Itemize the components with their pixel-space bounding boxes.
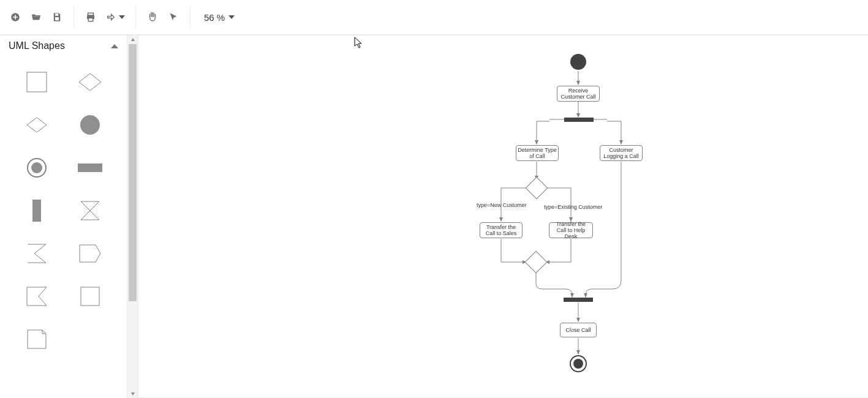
new-button[interactable] xyxy=(5,7,26,28)
action-logging[interactable]: Customer Logging a Call xyxy=(600,145,643,161)
panel-title: UML Shapes xyxy=(9,40,65,51)
svg-marker-9 xyxy=(79,73,101,91)
action-helpdesk[interactable]: Transfer the Call to Help Desk xyxy=(549,222,593,238)
scroll-down-icon[interactable] xyxy=(127,389,138,398)
svg-rect-5 xyxy=(88,13,94,15)
svg-marker-17 xyxy=(131,38,135,41)
svg-rect-15 xyxy=(32,200,41,222)
scroll-thumb[interactable] xyxy=(129,44,137,301)
print-button[interactable] xyxy=(80,7,101,28)
caret-down-icon xyxy=(228,15,235,19)
shape-circle-filled[interactable] xyxy=(72,113,108,137)
caret-down-icon xyxy=(119,15,125,19)
final-node[interactable] xyxy=(570,355,587,372)
edge-label-existing: type=Existing Customer xyxy=(544,204,602,210)
shape-rectangle[interactable] xyxy=(18,70,55,94)
action-sales[interactable]: Transfer the Call to Sales xyxy=(480,222,523,238)
svg-rect-7 xyxy=(88,18,93,21)
zoom-dropdown[interactable]: 56 % xyxy=(197,12,242,23)
save-button[interactable] xyxy=(47,7,67,28)
svg-rect-2 xyxy=(13,17,18,18)
scroll-up-icon[interactable] xyxy=(127,36,138,44)
shapes-panel: UML Shapes xyxy=(0,36,127,398)
export-dropdown[interactable] xyxy=(101,7,129,28)
shape-square[interactable] xyxy=(72,284,108,309)
shape-concave[interactable] xyxy=(18,284,55,309)
shape-hourglass[interactable] xyxy=(72,198,108,223)
shape-bar[interactable] xyxy=(72,156,108,180)
pan-tool-button[interactable] xyxy=(142,7,163,28)
shape-final-node[interactable] xyxy=(18,156,55,180)
svg-marker-10 xyxy=(27,118,47,132)
panel-scrollbar[interactable] xyxy=(127,36,138,398)
svg-rect-14 xyxy=(78,163,102,172)
shape-sum[interactable] xyxy=(18,241,55,266)
svg-rect-16 xyxy=(81,287,99,306)
shape-bar-vertical[interactable] xyxy=(18,198,55,223)
shape-pentag[interactable] xyxy=(72,241,108,266)
toolbar: 56 % xyxy=(0,0,868,36)
svg-point-11 xyxy=(80,115,100,135)
shape-palette xyxy=(0,55,127,366)
svg-rect-4 xyxy=(55,17,59,20)
chevron-up-icon[interactable] xyxy=(111,44,118,48)
join-bar[interactable] xyxy=(564,298,593,302)
action-determine[interactable]: Determine Type of Call xyxy=(516,145,559,161)
diagram-canvas[interactable]: Receive Customer Call Determine Type of … xyxy=(138,36,868,398)
shape-note[interactable] xyxy=(18,327,55,351)
svg-marker-18 xyxy=(131,392,135,396)
open-button[interactable] xyxy=(26,7,47,28)
edge-label-new: type=New Customer xyxy=(477,202,527,208)
action-close[interactable]: Close Call xyxy=(560,323,597,337)
zoom-value: 56 % xyxy=(204,12,225,23)
scroll-track[interactable] xyxy=(127,44,138,389)
pointer-tool-button[interactable] xyxy=(163,7,184,28)
svg-rect-3 xyxy=(55,13,58,16)
svg-rect-8 xyxy=(27,72,47,92)
svg-point-13 xyxy=(31,162,42,173)
shape-diamond-rounded[interactable] xyxy=(72,70,108,94)
shape-diamond[interactable] xyxy=(18,113,55,137)
